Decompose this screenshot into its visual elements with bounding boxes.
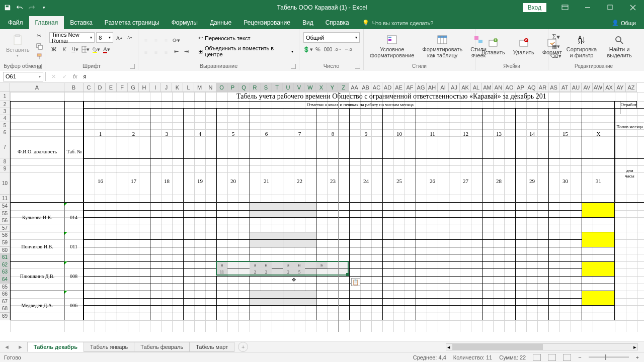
cell[interactable] bbox=[449, 298, 482, 306]
cell[interactable] bbox=[316, 210, 349, 218]
column-header[interactable]: Z bbox=[338, 83, 349, 92]
spreadsheet-grid[interactable]: ABCDEFGHIJKLMNOPQRSTUVWXYZAAABACADAEAFAG… bbox=[0, 83, 644, 332]
row-header[interactable]: 3 bbox=[0, 108, 10, 115]
format-as-table-button[interactable]: Форматировать как таблицу bbox=[419, 32, 465, 60]
page-layout-view-icon[interactable] bbox=[548, 354, 556, 361]
cell[interactable] bbox=[250, 239, 283, 247]
dialog-launcher-icon[interactable] bbox=[37, 64, 42, 69]
cell[interactable] bbox=[416, 217, 449, 225]
cell[interactable] bbox=[449, 217, 482, 225]
sheet-canvas[interactable]: Табель учета рабочего времени Общество с… bbox=[10, 92, 644, 332]
cell[interactable]: 14 bbox=[515, 108, 548, 158]
column-header[interactable]: X bbox=[316, 83, 327, 92]
increase-decimal-icon[interactable]: .0→ bbox=[334, 45, 343, 54]
cell[interactable]: Отметки о явках и неявках на работу по ч… bbox=[84, 101, 637, 108]
column-header[interactable]: R bbox=[250, 83, 261, 92]
cell[interactable] bbox=[482, 291, 515, 298]
cell[interactable] bbox=[515, 203, 548, 210]
cell[interactable] bbox=[283, 203, 316, 210]
cell[interactable] bbox=[150, 268, 183, 276]
cell[interactable] bbox=[482, 284, 515, 291]
cell[interactable] bbox=[183, 239, 216, 247]
underline-icon[interactable]: Ч▾ bbox=[70, 45, 79, 54]
cell[interactable] bbox=[150, 261, 183, 269]
cell[interactable] bbox=[150, 210, 183, 218]
dialog-launcher-icon[interactable] bbox=[355, 64, 360, 69]
row-header[interactable]: 57 bbox=[0, 225, 10, 232]
cell[interactable] bbox=[183, 313, 216, 320]
cell[interactable] bbox=[382, 217, 416, 225]
cell[interactable]: 2 bbox=[283, 268, 294, 276]
cell[interactable] bbox=[449, 254, 482, 261]
cell[interactable] bbox=[216, 247, 250, 254]
cell[interactable] bbox=[416, 268, 449, 276]
cell[interactable]: 12 bbox=[449, 108, 482, 158]
cell[interactable] bbox=[482, 268, 515, 276]
cell[interactable] bbox=[117, 225, 150, 232]
cell[interactable]: 5 bbox=[294, 268, 305, 276]
align-middle-icon[interactable]: ≡ bbox=[151, 36, 160, 45]
column-header[interactable]: AO bbox=[504, 83, 515, 92]
row-header[interactable]: 11 bbox=[0, 195, 10, 203]
column-header[interactable]: P bbox=[227, 83, 238, 92]
cell[interactable] bbox=[382, 261, 416, 269]
cell[interactable] bbox=[250, 305, 283, 313]
cell[interactable] bbox=[582, 203, 615, 217]
page-break-view-icon[interactable] bbox=[563, 354, 571, 361]
cell[interactable] bbox=[183, 217, 216, 225]
cell[interactable]: 8 bbox=[316, 108, 349, 158]
cell[interactable] bbox=[515, 261, 548, 269]
tab-help[interactable]: Справка bbox=[319, 16, 355, 29]
paste-options-button[interactable]: 📋 bbox=[351, 278, 360, 286]
cell[interactable] bbox=[283, 305, 316, 313]
cell[interactable] bbox=[117, 284, 150, 291]
cell[interactable] bbox=[316, 276, 349, 284]
cell[interactable] bbox=[382, 232, 416, 239]
cell[interactable] bbox=[250, 284, 283, 291]
sheet-nav-next-icon[interactable]: ► bbox=[14, 344, 27, 350]
cell[interactable] bbox=[515, 232, 548, 239]
cell[interactable]: Табель учета рабочего времени Общество с… bbox=[236, 92, 644, 101]
cell[interactable] bbox=[150, 291, 183, 298]
cell[interactable] bbox=[250, 210, 283, 218]
row-header[interactable]: 58 bbox=[0, 232, 10, 239]
column-header[interactable]: U bbox=[283, 83, 294, 92]
row-header[interactable]: 6 bbox=[0, 129, 10, 136]
cell[interactable] bbox=[84, 298, 117, 306]
align-bottom-icon[interactable]: ≡ bbox=[162, 36, 171, 45]
cell[interactable] bbox=[183, 203, 216, 210]
cell[interactable]: 1 bbox=[84, 108, 117, 158]
cell[interactable] bbox=[382, 210, 416, 218]
row-headers[interactable]: 1234567891011545556575859606162636465666… bbox=[0, 92, 10, 320]
cell[interactable] bbox=[548, 217, 582, 225]
align-left-icon[interactable]: ≡ bbox=[141, 47, 150, 56]
cell[interactable] bbox=[515, 298, 548, 306]
cell[interactable] bbox=[216, 276, 250, 284]
delete-cells-button[interactable]: ×Удалить bbox=[510, 35, 537, 57]
clear-icon[interactable]: ⌫▾ bbox=[551, 51, 560, 60]
cell[interactable] bbox=[316, 239, 349, 247]
cell[interactable] bbox=[482, 305, 515, 313]
cell[interactable] bbox=[316, 225, 349, 232]
cell[interactable] bbox=[150, 217, 183, 225]
cell[interactable]: Ф.И.О. должность bbox=[10, 101, 64, 203]
cell[interactable] bbox=[349, 232, 382, 239]
tell-me-search[interactable]: 💡 Что вы хотите сделать? bbox=[358, 17, 438, 29]
cell[interactable] bbox=[548, 239, 582, 247]
column-header[interactable]: M bbox=[194, 83, 205, 92]
column-header[interactable]: AU bbox=[571, 83, 582, 92]
cell[interactable] bbox=[250, 291, 283, 298]
cell[interactable] bbox=[515, 291, 548, 298]
cell[interactable] bbox=[183, 291, 216, 298]
cell[interactable] bbox=[382, 268, 416, 276]
cell[interactable]: 014 bbox=[64, 203, 84, 232]
cell[interactable] bbox=[316, 268, 349, 276]
cell[interactable] bbox=[582, 261, 615, 276]
cell[interactable]: 22 bbox=[283, 158, 316, 203]
cell[interactable] bbox=[416, 254, 449, 261]
cell[interactable] bbox=[349, 210, 382, 218]
cell[interactable] bbox=[582, 305, 615, 313]
cell[interactable] bbox=[183, 225, 216, 232]
cell[interactable]: Таб. № bbox=[64, 101, 84, 203]
cell[interactable] bbox=[382, 276, 416, 284]
